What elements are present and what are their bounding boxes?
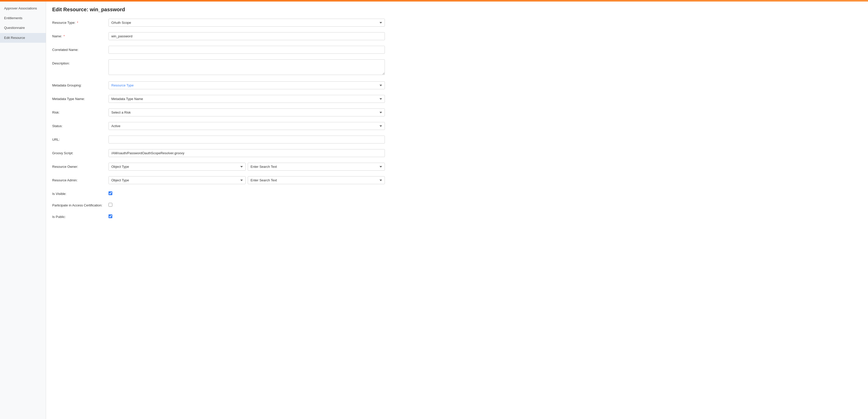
page-title: Edit Resource: win_password	[52, 7, 385, 12]
risk-field: Select a Risk	[108, 108, 385, 117]
groovy-script-field	[108, 149, 385, 157]
metadata-type-name-row: Metadata Type Name: Metadata Type Name	[52, 94, 385, 104]
groovy-script-row: Groovy Script:	[52, 148, 385, 158]
metadata-type-name-select-wrapper: Metadata Type Name	[108, 95, 385, 103]
form-container: Edit Resource: win_password Resource Typ…	[52, 7, 385, 220]
name-row: Name: *	[52, 31, 385, 41]
resource-type-row: Resource Type: * OAuth Scope	[52, 18, 385, 28]
correlated-name-row: Correlated Name:	[52, 45, 385, 55]
status-label: Status:	[52, 122, 108, 128]
sidebar-item-label: Approver Associations	[4, 6, 37, 10]
metadata-grouping-select-wrapper: Resource Type	[108, 82, 385, 89]
resource-type-select[interactable]: OAuth Scope	[108, 19, 385, 27]
is-public-label: Is Public:	[52, 213, 108, 219]
url-input[interactable]	[108, 136, 385, 143]
top-bar	[0, 0, 868, 2]
is-public-checkbox[interactable]	[108, 214, 112, 218]
is-public-field	[108, 213, 385, 218]
resource-admin-type-select[interactable]: Object Type	[108, 176, 246, 184]
correlated-name-field	[108, 46, 385, 54]
resource-owner-type-wrapper: Object Type	[108, 163, 246, 171]
risk-row: Risk: Select a Risk	[52, 107, 385, 118]
resource-admin-row: Resource Admin: Object Type Enter Search…	[52, 175, 385, 185]
is-visible-label: Is Visible:	[52, 190, 108, 196]
metadata-type-name-select[interactable]: Metadata Type Name	[108, 95, 385, 103]
resource-owner-search-wrapper: Enter Search Text	[248, 163, 385, 171]
status-select[interactable]: Active	[108, 122, 385, 130]
resource-type-label: Resource Type: *	[52, 19, 108, 25]
correlated-name-input[interactable]	[108, 46, 385, 54]
risk-select[interactable]: Select a Risk	[108, 108, 385, 117]
resource-admin-search-select[interactable]: Enter Search Text	[248, 176, 385, 184]
resource-owner-search-select[interactable]: Enter Search Text	[248, 163, 385, 171]
name-label: Name: *	[52, 32, 108, 38]
status-field: Active	[108, 122, 385, 130]
name-input[interactable]	[108, 32, 385, 40]
required-indicator: *	[77, 21, 78, 25]
is-visible-field	[108, 190, 385, 195]
resource-owner-type-select[interactable]: Object Type	[108, 163, 246, 171]
correlated-name-label: Correlated Name:	[52, 46, 108, 52]
resource-owner-fields: Object Type Enter Search Text	[108, 163, 385, 171]
description-textarea[interactable]	[108, 59, 385, 75]
resource-admin-type-wrapper: Object Type	[108, 176, 246, 184]
metadata-grouping-label: Metadata Grouping:	[52, 82, 108, 87]
participate-row: Participate in Access Certification:	[52, 200, 385, 208]
participate-checkbox[interactable]	[108, 203, 112, 207]
risk-label: Risk:	[52, 108, 108, 114]
status-select-wrapper: Active	[108, 122, 385, 130]
sidebar-item-approver-associations[interactable]: Approver Associations	[0, 4, 46, 13]
sidebar: Approver Associations Entitlements Quest…	[0, 2, 46, 419]
metadata-grouping-field: Resource Type	[108, 82, 385, 89]
groovy-script-input[interactable]	[108, 149, 385, 157]
url-field	[108, 136, 385, 143]
sidebar-item-label: Edit Resource	[4, 36, 25, 40]
description-field	[108, 59, 385, 76]
groovy-script-label: Groovy Script:	[52, 149, 108, 155]
url-label: URL:	[52, 136, 108, 141]
participate-field	[108, 201, 385, 207]
resource-admin-label: Resource Admin:	[52, 176, 108, 182]
metadata-type-name-label: Metadata Type Name:	[52, 95, 108, 101]
metadata-grouping-row: Metadata Grouping: Resource Type	[52, 80, 385, 90]
sidebar-item-label: Questionnaire	[4, 26, 25, 30]
sidebar-item-questionnaire[interactable]: Questionnaire	[0, 23, 46, 33]
is-public-row: Is Public:	[52, 212, 385, 220]
sidebar-item-label: Entitlements	[4, 16, 23, 20]
name-field	[108, 32, 385, 40]
url-row: URL:	[52, 134, 385, 144]
risk-select-wrapper: Select a Risk	[108, 108, 385, 117]
resource-admin-fields: Object Type Enter Search Text	[108, 176, 385, 184]
is-visible-checkbox[interactable]	[108, 191, 112, 195]
status-row: Status: Active	[52, 121, 385, 131]
metadata-grouping-select[interactable]: Resource Type	[108, 82, 385, 89]
participate-label: Participate in Access Certification:	[52, 201, 108, 207]
resource-admin-search-wrapper: Enter Search Text	[248, 176, 385, 184]
resource-owner-label: Resource Owner:	[52, 163, 108, 168]
sidebar-item-edit-resource[interactable]: Edit Resource	[0, 33, 46, 43]
resource-owner-row: Resource Owner: Object Type Enter Search…	[52, 162, 385, 172]
description-label: Description:	[52, 59, 108, 65]
resource-type-select-wrapper: OAuth Scope	[108, 19, 385, 27]
required-indicator: *	[63, 34, 65, 38]
is-visible-row: Is Visible:	[52, 189, 385, 197]
description-row: Description:	[52, 58, 385, 77]
metadata-type-name-field: Metadata Type Name	[108, 95, 385, 103]
sidebar-item-entitlements[interactable]: Entitlements	[0, 13, 46, 23]
main-content: Edit Resource: win_password Resource Typ…	[46, 2, 868, 419]
resource-type-field: OAuth Scope	[108, 19, 385, 27]
